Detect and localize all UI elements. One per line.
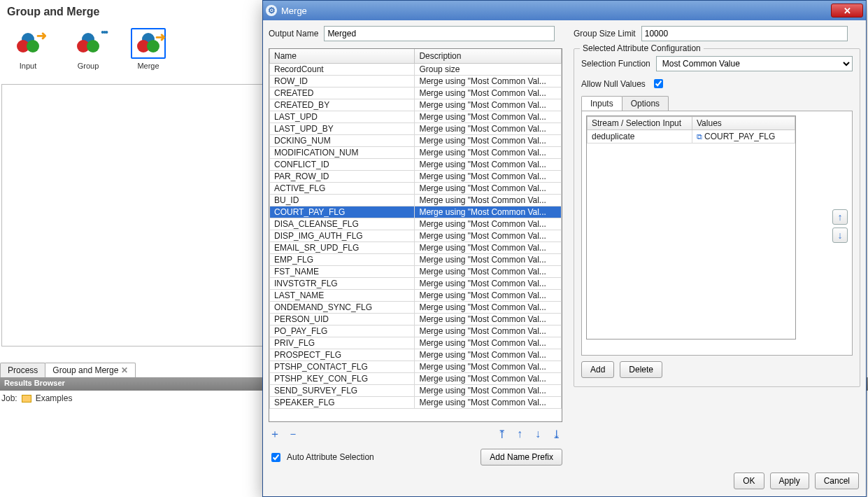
editor-tab[interactable]: Group and Merge✕: [45, 363, 136, 377]
node-group[interactable]: •••Group: [67, 28, 109, 70]
remove-attribute-icon[interactable]: －: [287, 428, 299, 440]
table-row[interactable]: CONFLICT_IDMerge using "Most Common Val.…: [270, 158, 562, 170]
cancel-button[interactable]: Cancel: [815, 472, 859, 489]
move-down-icon[interactable]: ↓: [532, 428, 544, 440]
selection-function-select[interactable]: Most Common Value: [656, 56, 853, 71]
table-row[interactable]: PRIV_FLGMerge using "Most Common Val...: [270, 337, 562, 349]
input-move-up-icon[interactable]: ↑: [832, 209, 848, 225]
col-header-values[interactable]: Values: [692, 117, 795, 130]
cell-name: PERSON_UID: [270, 313, 415, 325]
table-row[interactable]: COURT_PAY_FLGMerge using "Most Common Va…: [270, 206, 562, 218]
table-row[interactable]: DISP_IMG_AUTH_FLGMerge using "Most Commo…: [270, 230, 562, 241]
arrow-icon: ➜: [155, 29, 166, 45]
cell-description: Merge using "Most Common Val...: [415, 277, 562, 289]
cell-description: Merge using "Most Common Val...: [415, 265, 562, 277]
table-row[interactable]: PERSON_UIDMerge using "Most Common Val..…: [270, 313, 562, 325]
config-tab-inputs[interactable]: Inputs: [581, 96, 622, 111]
cell-name: COURT_PAY_FLG: [270, 206, 415, 218]
move-top-icon[interactable]: ⤒: [495, 428, 508, 440]
cell-description: Merge using "Most Common Val...: [415, 372, 562, 384]
close-button[interactable]: ✕: [831, 4, 863, 18]
table-row[interactable]: CREATED_BYMerge using "Most Common Val..…: [270, 99, 562, 111]
col-header-description[interactable]: Description: [415, 49, 562, 63]
table-row[interactable]: INVSTGTR_FLGMerge using "Most Common Val…: [270, 277, 562, 289]
table-row[interactable]: RecordCountGroup size: [270, 63, 562, 75]
add-attribute-icon[interactable]: ＋: [269, 428, 281, 440]
cell-description: Merge using "Most Common Val...: [415, 218, 562, 230]
cell-description: Merge using "Most Common Val...: [415, 289, 562, 301]
cell-name: ACTIVE_FLG: [270, 182, 415, 194]
link-icon: ⧉: [697, 132, 702, 141]
allow-null-checkbox[interactable]: [654, 79, 663, 88]
selection-function-label: Selection Function: [581, 59, 650, 69]
auto-attribute-label[interactable]: Auto Attribute Selection: [287, 452, 374, 462]
editor-tab[interactable]: Process: [0, 363, 45, 377]
cell-name: DCKING_NUM: [270, 134, 415, 146]
apply-button[interactable]: Apply: [770, 472, 809, 489]
allow-null-label: Allow Null Values: [581, 79, 646, 89]
table-row[interactable]: SPEAKER_FLGMerge using "Most Common Val.…: [270, 396, 562, 408]
output-name-input[interactable]: [324, 26, 555, 41]
add-name-prefix-button[interactable]: Add Name Prefix: [481, 449, 562, 465]
cell-description: Merge using "Most Common Val...: [415, 182, 562, 194]
cell-name: PTSHP_KEY_CON_FLG: [270, 372, 415, 384]
table-row[interactable]: SEND_SURVEY_FLGMerge using "Most Common …: [270, 384, 562, 396]
col-header-name[interactable]: Name: [270, 49, 415, 63]
cell-name: DISP_IMG_AUTH_FLG: [270, 230, 415, 241]
table-row[interactable]: deduplicate⧉COURT_PAY_FLG: [588, 130, 795, 144]
cell-description: Merge using "Most Common Val...: [415, 396, 562, 408]
table-row[interactable]: PTSHP_KEY_CON_FLGMerge using "Most Commo…: [270, 372, 562, 384]
config-tab-options[interactable]: Options: [622, 96, 669, 111]
merge-dialog: ⚙ Merge ✕ Output Name Group Size Limit N…: [262, 0, 867, 497]
table-row[interactable]: EMAIL_SR_UPD_FLGMerge using "Most Common…: [270, 241, 562, 253]
auto-attribute-checkbox[interactable]: [271, 453, 280, 462]
move-bottom-icon[interactable]: ⤓: [550, 428, 562, 440]
cell-description: Merge using "Most Common Val...: [415, 99, 562, 111]
table-row[interactable]: CREATEDMerge using "Most Common Val...: [270, 87, 562, 99]
job-row: Job: Examples: [1, 393, 72, 403]
cell-name: PROSPECT_FLG: [270, 349, 415, 360]
node-label: Group: [67, 62, 109, 70]
input-move-down-icon[interactable]: ↓: [832, 227, 848, 243]
cell-description: Merge using "Most Common Val...: [415, 158, 562, 170]
ok-button[interactable]: OK: [734, 472, 764, 489]
table-row[interactable]: ACTIVE_FLGMerge using "Most Common Val..…: [270, 182, 562, 194]
dots-icon: •••: [101, 27, 107, 38]
table-row[interactable]: PTSHP_CONTACT_FLGMerge using "Most Commo…: [270, 360, 562, 372]
table-row[interactable]: EMP_FLGMerge using "Most Common Val...: [270, 253, 562, 265]
cell-description: Merge using "Most Common Val...: [415, 194, 562, 206]
close-icon[interactable]: ✕: [121, 365, 128, 375]
table-row[interactable]: DISA_CLEANSE_FLGMerge using "Most Common…: [270, 218, 562, 230]
node-merge[interactable]: ➜Merge: [127, 28, 169, 70]
cell-description: Merge using "Most Common Val...: [415, 349, 562, 360]
table-row[interactable]: DCKING_NUMMerge using "Most Common Val..…: [270, 134, 562, 146]
cell-name: BU_ID: [270, 194, 415, 206]
inputs-grid[interactable]: Stream / Selection Input Values deduplic…: [586, 115, 796, 340]
delete-input-button[interactable]: Delete: [620, 361, 662, 378]
table-row[interactable]: ONDEMAND_SYNC_FLGMerge using "Most Commo…: [270, 301, 562, 313]
cell-description: Merge using "Most Common Val...: [415, 122, 562, 134]
table-row[interactable]: LAST_NAMEMerge using "Most Common Val...: [270, 289, 562, 301]
node-input[interactable]: ➜Input: [7, 28, 49, 70]
table-row[interactable]: PAR_ROW_IDMerge using "Most Common Val..…: [270, 170, 562, 182]
move-up-icon[interactable]: ↑: [513, 428, 526, 440]
cell-name: SPEAKER_FLG: [270, 396, 415, 408]
cell-name: SEND_SURVEY_FLG: [270, 384, 415, 396]
table-row[interactable]: LAST_UPD_BYMerge using "Most Common Val.…: [270, 122, 562, 134]
table-row[interactable]: PO_PAY_FLGMerge using "Most Common Val..…: [270, 325, 562, 337]
editor-tabs: ProcessGroup and Merge✕: [0, 360, 135, 377]
table-row[interactable]: FST_NAMEMerge using "Most Common Val...: [270, 265, 562, 277]
table-row[interactable]: ROW_IDMerge using "Most Common Val...: [270, 75, 562, 87]
table-row[interactable]: PROSPECT_FLGMerge using "Most Common Val…: [270, 349, 562, 360]
table-row[interactable]: BU_IDMerge using "Most Common Val...: [270, 194, 562, 206]
cell-name: DISA_CLEANSE_FLG: [270, 218, 415, 230]
table-row[interactable]: LAST_UPDMerge using "Most Common Val...: [270, 111, 562, 122]
cell-name: ONDEMAND_SYNC_FLG: [270, 301, 415, 313]
add-input-button[interactable]: Add: [581, 361, 614, 378]
col-header-stream[interactable]: Stream / Selection Input: [588, 117, 692, 130]
table-row[interactable]: MODIFICATION_NUMMerge using "Most Common…: [270, 146, 562, 158]
attribute-grid[interactable]: Name Description RecordCountGroup sizeRO…: [269, 48, 562, 422]
cell-name: LAST_UPD_BY: [270, 122, 415, 134]
dialog-titlebar[interactable]: ⚙ Merge ✕: [263, 1, 866, 20]
job-name[interactable]: Examples: [36, 393, 73, 403]
